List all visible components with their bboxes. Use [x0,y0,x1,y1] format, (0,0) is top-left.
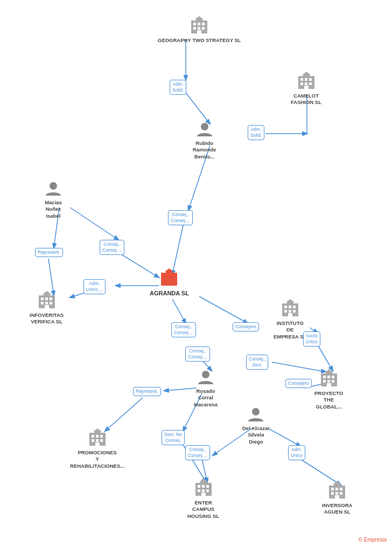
svg-line-5 [172,225,183,275]
svg-rect-117 [340,492,342,495]
svg-point-79 [202,371,209,378]
del-alcazar-node[interactable]: Del AlcazarSilvelaDiego [242,406,270,445]
rosado-node[interactable]: RosadoCorralMacarena [194,369,218,408]
svg-line-20 [105,398,143,431]
svg-rect-56 [167,282,171,286]
badge-consej-2[interactable]: Consej.,Consej.... [100,240,124,255]
svg-marker-36 [195,16,204,19]
svg-marker-58 [165,268,173,272]
building-icon [190,16,209,36]
svg-rect-73 [284,310,287,313]
person-icon [247,406,264,424]
svg-rect-74 [289,310,291,313]
building-icon [297,72,316,91]
badge-represent-2[interactable]: Represent. [133,387,161,396]
badge-adm-unico-1[interactable]: Adm.Unico,... [83,279,106,294]
svg-rect-31 [193,27,196,30]
svg-rect-97 [95,442,100,446]
svg-marker-110 [199,479,208,482]
proyecto-node[interactable]: PROYECTOTHEGLOBAL... [314,369,343,410]
badge-secr-no-consej[interactable]: Secr. NoConsej. [162,430,185,445]
svg-rect-93 [100,435,103,438]
svg-rect-102 [198,485,200,488]
svg-rect-60 [41,297,44,300]
svg-rect-39 [305,78,307,81]
inversora-label: INVERSORAAGUEN SL [322,502,352,516]
badge-represent-1[interactable]: Represent. [35,248,63,257]
svg-rect-118 [335,495,339,498]
svg-marker-89 [325,369,333,372]
inversora-node[interactable]: INVERSORAAGUEN SL [322,481,352,516]
macias-label: MaciasNuñezIsabel [45,199,62,219]
svg-line-13 [199,296,248,323]
instituto-label: INSTITUTODEEMPRESA SL [274,320,306,340]
promociones-node[interactable]: PROMOCIONESYREHABILITACIONES... [70,428,124,469]
svg-line-6 [70,207,118,240]
svg-rect-82 [327,376,330,378]
copyright: © Empresia [359,537,387,543]
svg-rect-53 [163,279,166,282]
svg-point-100 [252,408,260,416]
svg-rect-63 [41,302,44,304]
svg-rect-84 [323,380,326,383]
svg-rect-85 [327,380,330,383]
badge-consej-3[interactable]: Consej.,Consej.... [171,322,196,337]
svg-rect-40 [309,78,312,81]
svg-rect-94 [92,439,94,442]
badge-consejero-1[interactable]: Consejero [233,322,259,331]
svg-rect-76 [288,313,292,316]
badge-socio-unico[interactable]: SocioÚnico [303,331,320,347]
svg-marker-68 [43,291,51,294]
badge-consej-5[interactable]: Consej.,Consej.... [185,445,210,460]
del-alcazar-label: Del AlcazarSilvelaDiego [242,425,270,445]
svg-marker-78 [286,299,295,302]
svg-line-9 [48,259,54,295]
badge-adm-solid-1[interactable]: Adm.Solid. [170,80,186,95]
svg-rect-29 [198,23,200,25]
macias-node[interactable]: MaciasNuñezIsabel [45,181,62,219]
agranda-label: AGRANDA SL [150,289,189,297]
building-icon [319,369,339,389]
svg-rect-71 [289,306,291,308]
svg-rect-34 [197,30,201,33]
svg-rect-95 [96,439,99,442]
svg-rect-32 [198,27,200,30]
svg-rect-92 [96,435,99,438]
svg-rect-51 [167,275,170,278]
svg-rect-81 [323,376,326,378]
svg-rect-62 [50,297,52,300]
badge-adm-unico-2[interactable]: Adm.Unico [288,445,305,460]
svg-rect-108 [201,493,206,496]
infoveritas-label: INFOVERITASVERIFICA SL [30,312,64,326]
diagram-container: GEOGRAPHY TWO STRATEGY SL CAMELOTFASHION… [0,0,392,547]
svg-rect-104 [206,485,209,488]
geography-node[interactable]: GEOGRAPHY TWO STRATEGY SL [158,16,241,44]
connection-lines [0,0,392,547]
svg-rect-114 [340,488,342,490]
svg-rect-72 [293,306,296,308]
instituto-node[interactable]: INSTITUTODEEMPRESA SL [274,299,306,340]
svg-rect-103 [202,485,205,488]
building-icon [194,479,213,498]
svg-rect-65 [50,302,52,304]
badge-consej-4[interactable]: Consej.,Consej.... [185,347,210,362]
infoveritas-node[interactable]: INFOVERITASVERIFICA SL [30,291,64,326]
building-icon [327,481,347,501]
badge-consej-secr[interactable]: Consej.,Secr. [246,355,268,370]
badge-consejero-2[interactable]: Consejero [285,379,312,388]
geography-label: GEOGRAPHY TWO STRATEGY SL [158,37,241,44]
svg-rect-83 [332,376,334,378]
enter-campus-node[interactable]: ENTERCAMPUSHOUSING SL [187,479,219,520]
badge-adm-solid-2[interactable]: Adm.Solid. [248,125,264,140]
svg-rect-96 [100,439,103,442]
building-icon [88,428,107,448]
badge-consej-1[interactable]: Consej.,Consej.... [168,210,193,225]
camelot-node[interactable]: CAMELOTFASHION SL [291,72,321,106]
svg-line-15 [318,345,333,371]
rubido-node[interactable]: RubidoRamondeBenito... [193,121,216,160]
svg-rect-54 [167,279,170,282]
building-icon [37,291,57,310]
person-icon [197,369,214,386]
svg-line-21 [269,429,300,446]
agranda-node[interactable]: AGRANDA SL [150,268,189,297]
